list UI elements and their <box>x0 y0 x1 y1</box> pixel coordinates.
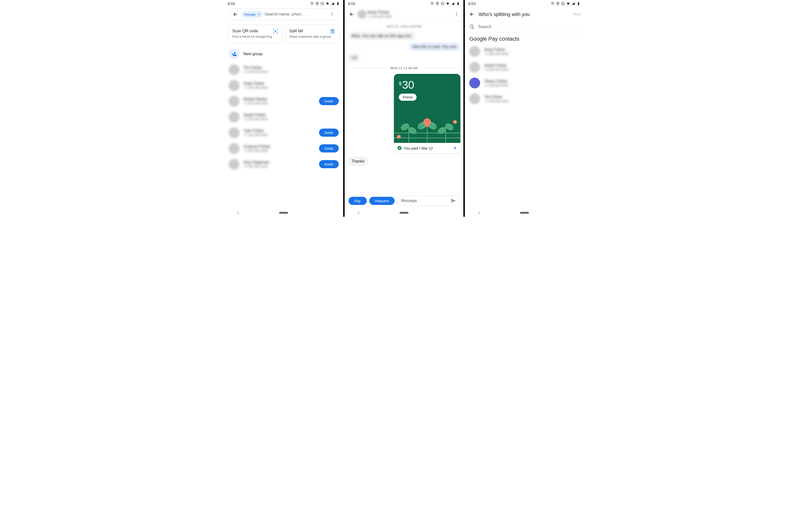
invite-button[interactable]: Invite <box>319 129 339 137</box>
contact-name: Robert Banks <box>243 97 315 102</box>
contact-avatar <box>469 78 480 88</box>
incoming-message[interactable]: Lol <box>348 53 361 62</box>
contact-sub: +1 000-000-0000 <box>367 15 451 18</box>
android-nav-bar <box>345 209 464 217</box>
cell-icon <box>331 2 334 5</box>
contact-row[interactable]: Tyler Fisher+1 000-000-0000Invite <box>224 125 343 141</box>
gp-contact-row[interactable]: Sarah Fisher+1 000-000-0000 <box>465 59 584 75</box>
payment-card[interactable]: $30 Prime <box>394 74 460 153</box>
contact-avatar <box>228 96 239 107</box>
contact-avatar <box>469 62 480 73</box>
contact-avatar <box>228 64 239 75</box>
garden-illustration <box>394 108 460 143</box>
svg-point-6 <box>332 15 332 16</box>
cell-icon <box>571 2 575 5</box>
contact-name: Andy Fisher <box>367 10 451 15</box>
status-time: 8:03 <box>468 1 475 6</box>
chat-date: MAR 12 11:48 AM <box>390 66 418 70</box>
contact-name: Tim Fisher <box>243 66 339 70</box>
contact-row[interactable]: Sarah Fisher+1 000-000-0000 <box>224 109 343 125</box>
nav-home-pill[interactable] <box>279 212 288 214</box>
dnd-icon <box>561 2 565 5</box>
location-icon <box>436 2 439 5</box>
svg-point-4 <box>332 13 332 13</box>
contact-row[interactable]: Andy Fisher+1 000-000-0000 <box>224 78 343 93</box>
suggestion-chip[interactable]: Thanks <box>348 157 368 166</box>
nav-back-icon[interactable] <box>478 211 481 214</box>
invite-button[interactable]: Invite <box>319 144 339 152</box>
invite-button[interactable]: Invite <box>319 160 339 168</box>
scan-qr-sub: Find a friend on Google Pay <box>232 35 278 39</box>
contact-avatar[interactable] <box>357 10 366 19</box>
back-button[interactable] <box>468 10 476 19</box>
wifi-icon <box>326 2 329 5</box>
close-icon[interactable] <box>257 13 261 16</box>
wifi-icon <box>566 2 570 5</box>
status-bar: 8:03 <box>345 0 464 7</box>
incoming-message[interactable]: Wow. You can talk on this app too! <box>348 31 415 41</box>
svg-point-38 <box>557 3 558 3</box>
contact-row[interactable]: Robert Banks+1 000-000-0000Invite <box>224 93 343 109</box>
alarm-icon <box>310 2 314 5</box>
android-nav-bar <box>224 209 343 217</box>
contact-sub: +1 000-000-0000 <box>484 52 580 56</box>
overflow-button[interactable] <box>452 10 461 19</box>
contact-name: Sarah Fisher <box>243 113 339 117</box>
check-circle-icon <box>397 146 402 150</box>
gp-contact-row[interactable]: Tawny Fisher+1 000-000-0000 <box>465 75 584 91</box>
contact-row[interactable]: Grayson Fisher+1 000-000-0000Invite <box>224 141 343 157</box>
next-button[interactable]: Next <box>573 12 581 17</box>
svg-point-36 <box>454 121 456 123</box>
request-button[interactable]: Request <box>369 197 395 205</box>
contact-name: Tim Fisher <box>484 95 580 99</box>
contact-sub: +1 000-000-0000 <box>243 70 339 74</box>
add-group-icon <box>231 51 237 57</box>
search-placeholder: Search <box>478 24 492 29</box>
arrow-right-icon <box>453 146 457 150</box>
nav-home-pill[interactable] <box>520 212 529 214</box>
search-bar[interactable]: People Search name, phon… <box>228 8 339 20</box>
invite-button[interactable]: Invite <box>319 97 339 105</box>
svg-rect-2 <box>337 2 338 5</box>
nav-back-icon[interactable] <box>357 211 360 214</box>
new-group-row[interactable]: New group <box>224 46 343 62</box>
message-input[interactable]: Message… <box>397 196 459 206</box>
overflow-button[interactable] <box>327 10 337 19</box>
scan-qr-card[interactable]: Scan QR code Find a friend on Google Pay <box>228 25 282 43</box>
cell-icon <box>451 2 455 5</box>
split-bill-sub: Share expenses with a group <box>289 35 335 39</box>
back-button[interactable] <box>347 10 356 19</box>
back-button[interactable] <box>230 10 240 19</box>
split-bill-card[interactable]: Split bill Share expenses with a group <box>285 25 339 43</box>
screen-people: 8:03 People Search name, phon… <box>224 0 344 217</box>
contact-row[interactable]: Amy Hageman+1 000-000-0000Invite <box>224 157 343 172</box>
contact-sub: +1 000-000-0000 <box>484 84 580 87</box>
send-icon[interactable] <box>451 198 456 203</box>
search-row[interactable]: Search <box>465 22 584 32</box>
battery-icon <box>456 2 460 5</box>
payment-status-text: You paid • Mar 12 <box>404 146 433 150</box>
gp-contact-row[interactable]: Tim Fisher+1 000-000-0000 <box>465 91 584 107</box>
contact-row[interactable]: Tim Fisher+1 000-000-0000 <box>224 62 343 78</box>
nav-back-icon[interactable] <box>237 211 240 214</box>
search-placeholder: Search name, phon… <box>264 12 326 17</box>
compose-bar: Pay Request Message… <box>345 192 464 209</box>
dnd-icon <box>441 2 444 5</box>
nav-home-pill[interactable] <box>400 212 408 214</box>
svg-point-37 <box>398 146 402 150</box>
gp-contact-row[interactable]: Andy Fisher+1 000-000-0000 <box>465 43 584 59</box>
outgoing-message[interactable]: Also this is neat. Pay me! <box>408 42 461 52</box>
status-time: 8:03 <box>227 1 235 6</box>
contact-sub: +1 000-000-0000 <box>243 117 339 121</box>
pay-button[interactable]: Pay <box>349 197 367 205</box>
screen-split: 8:03 Who's splitting with you Next Searc… <box>464 0 584 217</box>
chat-app-bar: Andy Fisher +1 000-000-0000 <box>345 7 464 22</box>
svg-point-0 <box>317 3 317 3</box>
search-icon <box>469 24 475 30</box>
contact-sub: +1 000-000-0000 <box>243 133 315 137</box>
people-chip[interactable]: People <box>242 11 263 18</box>
svg-rect-3 <box>337 2 338 2</box>
status-time: 8:03 <box>348 1 355 6</box>
dnd-icon <box>320 2 324 5</box>
svg-rect-40 <box>578 2 579 5</box>
